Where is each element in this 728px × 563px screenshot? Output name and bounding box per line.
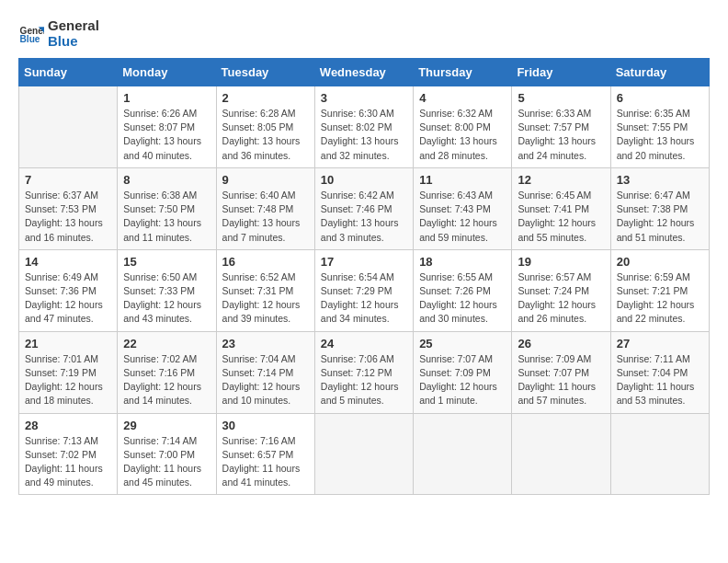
weekday-header-tuesday: Tuesday [216, 59, 314, 86]
day-info: Sunrise: 6:30 AM Sunset: 8:02 PM Dayligh… [321, 107, 407, 163]
calendar-cell [512, 413, 610, 495]
weekday-header-saturday: Saturday [610, 59, 709, 86]
calendar-cell: 24Sunrise: 7:06 AM Sunset: 7:12 PM Dayli… [314, 331, 413, 413]
calendar-week-1: 1Sunrise: 6:26 AM Sunset: 8:07 PM Daylig… [19, 86, 710, 168]
day-number: 28 [25, 419, 111, 432]
calendar-cell: 4Sunrise: 6:32 AM Sunset: 8:00 PM Daylig… [414, 86, 512, 168]
weekday-header-wednesday: Wednesday [314, 59, 413, 86]
calendar-cell: 1Sunrise: 6:26 AM Sunset: 8:07 PM Daylig… [118, 86, 216, 168]
calendar-cell [414, 413, 512, 495]
day-info: Sunrise: 7:02 AM Sunset: 7:16 PM Dayligh… [123, 352, 210, 408]
day-number: 23 [222, 337, 309, 350]
calendar-table: SundayMondayTuesdayWednesdayThursdayFrid… [18, 58, 710, 495]
logo: General Blue General Blue [18, 18, 99, 49]
calendar-cell: 13Sunrise: 6:47 AM Sunset: 7:38 PM Dayli… [610, 167, 709, 249]
day-number: 22 [123, 337, 210, 350]
calendar-cell: 10Sunrise: 6:42 AM Sunset: 7:46 PM Dayli… [314, 167, 413, 249]
weekday-header-monday: Monday [118, 59, 216, 86]
calendar-cell: 20Sunrise: 6:59 AM Sunset: 7:21 PM Dayli… [610, 249, 709, 331]
day-number: 2 [222, 91, 309, 105]
day-number: 26 [518, 337, 604, 350]
day-number: 17 [321, 255, 407, 269]
day-info: Sunrise: 6:47 AM Sunset: 7:38 PM Dayligh… [617, 189, 703, 245]
svg-text:Blue: Blue [20, 34, 40, 44]
calendar-week-4: 21Sunrise: 7:01 AM Sunset: 7:19 PM Dayli… [19, 331, 710, 413]
day-number: 5 [518, 91, 604, 105]
calendar-week-2: 7Sunrise: 6:37 AM Sunset: 7:53 PM Daylig… [19, 167, 710, 249]
calendar-cell: 12Sunrise: 6:45 AM Sunset: 7:41 PM Dayli… [512, 167, 610, 249]
day-number: 19 [518, 255, 604, 269]
calendar-cell: 18Sunrise: 6:55 AM Sunset: 7:26 PM Dayli… [414, 249, 512, 331]
weekday-header-sunday: Sunday [19, 59, 118, 86]
weekday-header-friday: Friday [512, 59, 610, 86]
page-header: General Blue General Blue [18, 18, 710, 49]
day-number: 4 [419, 91, 506, 105]
day-number: 16 [222, 255, 309, 269]
calendar-cell: 28Sunrise: 7:13 AM Sunset: 7:02 PM Dayli… [19, 413, 118, 495]
calendar-cell: 29Sunrise: 7:14 AM Sunset: 7:00 PM Dayli… [118, 413, 216, 495]
calendar-cell: 30Sunrise: 7:16 AM Sunset: 6:57 PM Dayli… [216, 413, 314, 495]
day-info: Sunrise: 6:43 AM Sunset: 7:43 PM Dayligh… [419, 189, 506, 245]
calendar-cell: 9Sunrise: 6:40 AM Sunset: 7:48 PM Daylig… [216, 167, 314, 249]
day-info: Sunrise: 6:38 AM Sunset: 7:50 PM Dayligh… [123, 189, 210, 245]
calendar-cell [19, 86, 118, 168]
day-info: Sunrise: 6:52 AM Sunset: 7:31 PM Dayligh… [222, 270, 309, 327]
day-info: Sunrise: 6:57 AM Sunset: 7:24 PM Dayligh… [518, 270, 604, 327]
day-number: 18 [419, 255, 506, 269]
calendar-cell: 17Sunrise: 6:54 AM Sunset: 7:29 PM Dayli… [314, 249, 413, 331]
weekday-header-thursday: Thursday [414, 59, 512, 86]
calendar-cell: 8Sunrise: 6:38 AM Sunset: 7:50 PM Daylig… [118, 167, 216, 249]
calendar-cell [314, 413, 413, 495]
day-info: Sunrise: 6:42 AM Sunset: 7:46 PM Dayligh… [321, 189, 407, 245]
calendar-cell: 21Sunrise: 7:01 AM Sunset: 7:19 PM Dayli… [19, 331, 118, 413]
logo-general: General [48, 18, 99, 34]
calendar-cell: 7Sunrise: 6:37 AM Sunset: 7:53 PM Daylig… [19, 167, 118, 249]
day-number: 27 [617, 337, 703, 350]
day-number: 29 [123, 419, 210, 432]
day-number: 30 [222, 419, 309, 432]
calendar-cell: 23Sunrise: 7:04 AM Sunset: 7:14 PM Dayli… [216, 331, 314, 413]
calendar-cell: 25Sunrise: 7:07 AM Sunset: 7:09 PM Dayli… [414, 331, 512, 413]
day-info: Sunrise: 6:26 AM Sunset: 8:07 PM Dayligh… [123, 107, 210, 163]
calendar-cell: 2Sunrise: 6:28 AM Sunset: 8:05 PM Daylig… [216, 86, 314, 168]
day-info: Sunrise: 7:16 AM Sunset: 6:57 PM Dayligh… [222, 434, 309, 490]
calendar-body: 1Sunrise: 6:26 AM Sunset: 8:07 PM Daylig… [19, 86, 710, 495]
day-info: Sunrise: 6:49 AM Sunset: 7:36 PM Dayligh… [25, 270, 111, 327]
day-number: 15 [123, 255, 210, 269]
day-info: Sunrise: 7:01 AM Sunset: 7:19 PM Dayligh… [25, 352, 111, 408]
day-info: Sunrise: 6:37 AM Sunset: 7:53 PM Dayligh… [25, 189, 111, 245]
day-number: 9 [222, 173, 309, 187]
day-info: Sunrise: 6:50 AM Sunset: 7:33 PM Dayligh… [123, 270, 210, 327]
day-number: 7 [25, 173, 111, 187]
calendar-cell: 14Sunrise: 6:49 AM Sunset: 7:36 PM Dayli… [19, 249, 118, 331]
day-info: Sunrise: 7:13 AM Sunset: 7:02 PM Dayligh… [25, 434, 111, 490]
day-number: 6 [617, 91, 703, 105]
day-info: Sunrise: 6:33 AM Sunset: 7:57 PM Dayligh… [518, 107, 604, 163]
day-number: 24 [321, 337, 407, 350]
calendar-cell: 26Sunrise: 7:09 AM Sunset: 7:07 PM Dayli… [512, 331, 610, 413]
day-info: Sunrise: 7:06 AM Sunset: 7:12 PM Dayligh… [321, 352, 407, 408]
day-number: 20 [617, 255, 703, 269]
day-info: Sunrise: 7:09 AM Sunset: 7:07 PM Dayligh… [518, 352, 604, 408]
day-info: Sunrise: 7:14 AM Sunset: 7:00 PM Dayligh… [123, 434, 210, 490]
calendar-cell: 6Sunrise: 6:35 AM Sunset: 7:55 PM Daylig… [610, 86, 709, 168]
day-info: Sunrise: 7:04 AM Sunset: 7:14 PM Dayligh… [222, 352, 309, 408]
day-number: 21 [25, 337, 111, 350]
calendar-cell: 19Sunrise: 6:57 AM Sunset: 7:24 PM Dayli… [512, 249, 610, 331]
day-info: Sunrise: 6:54 AM Sunset: 7:29 PM Dayligh… [321, 270, 407, 327]
calendar-cell: 5Sunrise: 6:33 AM Sunset: 7:57 PM Daylig… [512, 86, 610, 168]
logo-blue: Blue [48, 34, 99, 50]
calendar-week-5: 28Sunrise: 7:13 AM Sunset: 7:02 PM Dayli… [19, 413, 710, 495]
day-number: 25 [419, 337, 506, 350]
calendar-cell: 16Sunrise: 6:52 AM Sunset: 7:31 PM Dayli… [216, 249, 314, 331]
day-number: 1 [123, 91, 210, 105]
day-info: Sunrise: 6:59 AM Sunset: 7:21 PM Dayligh… [617, 270, 703, 327]
day-number: 10 [321, 173, 407, 187]
calendar-cell: 15Sunrise: 6:50 AM Sunset: 7:33 PM Dayli… [118, 249, 216, 331]
day-info: Sunrise: 6:32 AM Sunset: 8:00 PM Dayligh… [419, 107, 506, 163]
calendar-cell: 27Sunrise: 7:11 AM Sunset: 7:04 PM Dayli… [610, 331, 709, 413]
day-info: Sunrise: 7:11 AM Sunset: 7:04 PM Dayligh… [617, 352, 703, 408]
weekday-header-row: SundayMondayTuesdayWednesdayThursdayFrid… [19, 59, 710, 86]
calendar-cell: 22Sunrise: 7:02 AM Sunset: 7:16 PM Dayli… [118, 331, 216, 413]
day-info: Sunrise: 6:40 AM Sunset: 7:48 PM Dayligh… [222, 189, 309, 245]
